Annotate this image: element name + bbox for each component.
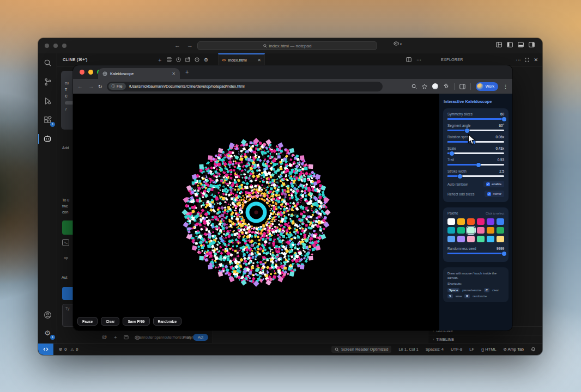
- slider-thumb[interactable]: [465, 128, 469, 133]
- clear-button[interactable]: Clear: [101, 317, 119, 326]
- close-panel-icon[interactable]: ✕: [534, 57, 538, 63]
- new-tab-button[interactable]: +: [185, 69, 189, 75]
- kaleidoscope-canvas[interactable]: [73, 94, 439, 330]
- timeline-section[interactable]: › TIMELINE: [428, 335, 542, 343]
- cursor-position-status[interactable]: Ln 1, Col 1: [398, 347, 418, 352]
- palette-swatch[interactable]: [457, 227, 465, 234]
- side-panel-icon[interactable]: [459, 84, 465, 89]
- panel-settings-icon[interactable]: ⚙: [204, 57, 208, 63]
- slider-track[interactable]: [447, 164, 504, 166]
- panel-left-icon[interactable]: [507, 42, 513, 47]
- palette-swatch[interactable]: [457, 218, 465, 225]
- history-back-icon[interactable]: ←: [174, 42, 180, 48]
- extension-action-icon[interactable]: [432, 83, 438, 89]
- slider-thumb[interactable]: [458, 174, 462, 179]
- pause-button[interactable]: Pause: [77, 317, 98, 326]
- palette-swatch[interactable]: [477, 236, 485, 242]
- editor-more-actions-icon[interactable]: ⋯: [416, 57, 421, 63]
- extensions-puzzle-icon[interactable]: [443, 83, 449, 89]
- history-icon[interactable]: [176, 57, 181, 62]
- explorer-more-icon[interactable]: ⋯: [516, 57, 521, 63]
- address-bar[interactable]: ⓘ File /Users/nickbaumann/Documents/Clin…: [107, 82, 383, 91]
- slider-thumb[interactable]: [502, 252, 506, 256]
- remote-indicator[interactable]: [38, 344, 53, 356]
- indentation-status[interactable]: Spaces: 4: [426, 347, 444, 352]
- panel-bottom-icon[interactable]: [518, 42, 524, 47]
- add-context-icon[interactable]: ＋: [113, 334, 118, 341]
- act-mode-toggle[interactable]: Act: [193, 334, 208, 341]
- enable-checkbox[interactable]: ✓enable: [483, 181, 504, 187]
- problems-status[interactable]: ⊘ 0 △ 0: [59, 347, 78, 352]
- close-window-button[interactable]: [80, 70, 84, 75]
- mention-icon[interactable]: @: [102, 334, 107, 340]
- palette-swatch[interactable]: [487, 236, 494, 242]
- palette-swatch[interactable]: [447, 218, 455, 225]
- bookmark-star-icon[interactable]: [422, 84, 427, 89]
- notifications-bell-icon[interactable]: [531, 347, 536, 352]
- randomize-button[interactable]: Randomize: [153, 317, 182, 326]
- reload-icon[interactable]: ↻: [98, 84, 102, 89]
- minimize-window-button[interactable]: [88, 70, 93, 75]
- slider-thumb[interactable]: [450, 151, 454, 156]
- account-icon[interactable]: [41, 309, 53, 321]
- palette-swatch[interactable]: [467, 236, 475, 242]
- screen-reader-status[interactable]: Screen Reader Optimized: [331, 346, 391, 353]
- palette-swatch[interactable]: [497, 218, 504, 225]
- eol-status[interactable]: LF: [469, 347, 474, 352]
- slider-thumb[interactable]: [476, 163, 481, 167]
- encoding-status[interactable]: UTF-8: [451, 347, 462, 352]
- palette-swatch[interactable]: [477, 218, 485, 225]
- browser-back-icon[interactable]: ←: [77, 83, 83, 89]
- slider-track[interactable]: [447, 175, 504, 177]
- slider-track[interactable]: [447, 130, 504, 131]
- palette-swatch[interactable]: [457, 236, 465, 242]
- amp-tab-status[interactable]: ⊘ Amp Tab: [504, 347, 524, 352]
- palette-swatch[interactable]: [487, 218, 494, 225]
- palette-swatch[interactable]: [477, 227, 485, 234]
- run-debug-icon[interactable]: [41, 95, 53, 107]
- plan-mode-toggle[interactable]: Plan: [183, 335, 191, 339]
- slider-track[interactable]: [447, 152, 504, 154]
- mirror-checkbox[interactable]: ✓mirror: [485, 191, 504, 197]
- save-png-button[interactable]: Save PNG: [123, 317, 149, 326]
- language-mode-status[interactable]: {} HTML: [481, 347, 497, 352]
- source-control-icon[interactable]: [41, 76, 53, 88]
- profile-button[interactable]: Work: [476, 82, 498, 91]
- palette-swatch[interactable]: [467, 218, 475, 225]
- vscode-traffic-lights[interactable]: [45, 44, 66, 48]
- browser-menu-icon[interactable]: ⋮: [503, 84, 508, 89]
- split-editor-icon[interactable]: [406, 57, 411, 62]
- expand-icon[interactable]: [525, 58, 529, 62]
- cline-activity-icon[interactable]: [41, 133, 53, 145]
- palette-swatch[interactable]: [487, 227, 494, 234]
- file-scheme-chip[interactable]: ⓘ File: [108, 83, 126, 90]
- palette-swatch[interactable]: [497, 236, 504, 242]
- settings-gear-icon[interactable]: ⚙ 1: [41, 327, 53, 339]
- tab-close-icon[interactable]: ✕: [172, 71, 175, 76]
- tab-close-icon[interactable]: ✕: [257, 58, 261, 63]
- screenshot-icon[interactable]: [124, 335, 129, 340]
- browser-tab[interactable]: Kaleidoscope ✕: [98, 68, 180, 79]
- palette-swatch[interactable]: [447, 236, 455, 242]
- slider-track[interactable]: [447, 141, 504, 143]
- slider-thumb[interactable]: [502, 117, 506, 121]
- new-task-icon[interactable]: ＋: [157, 56, 162, 64]
- history-forward-icon[interactable]: →: [187, 42, 193, 48]
- palette-swatch[interactable]: [467, 227, 475, 234]
- extensions-icon[interactable]: 1: [41, 114, 53, 126]
- search-activity-icon[interactable]: [41, 57, 53, 69]
- palette-swatch[interactable]: [497, 227, 504, 234]
- layout-grid-icon[interactable]: [496, 42, 502, 47]
- account-small-icon[interactable]: [195, 57, 199, 62]
- mcp-servers-icon[interactable]: [167, 57, 172, 62]
- open-in-editor-icon[interactable]: [185, 57, 190, 62]
- copilot-menu[interactable]: ▾: [394, 41, 402, 46]
- slider-track[interactable]: [447, 118, 504, 120]
- browser-forward-icon[interactable]: →: [88, 83, 94, 89]
- palette-swatch[interactable]: [447, 227, 455, 234]
- command-center-search[interactable]: index.html — notepad: [197, 41, 377, 50]
- slider-track[interactable]: [447, 253, 504, 254]
- tab-index-html[interactable]: <> index.html ✕: [218, 53, 265, 66]
- panel-right-icon[interactable]: [529, 42, 535, 47]
- zoom-icon[interactable]: [411, 84, 417, 89]
